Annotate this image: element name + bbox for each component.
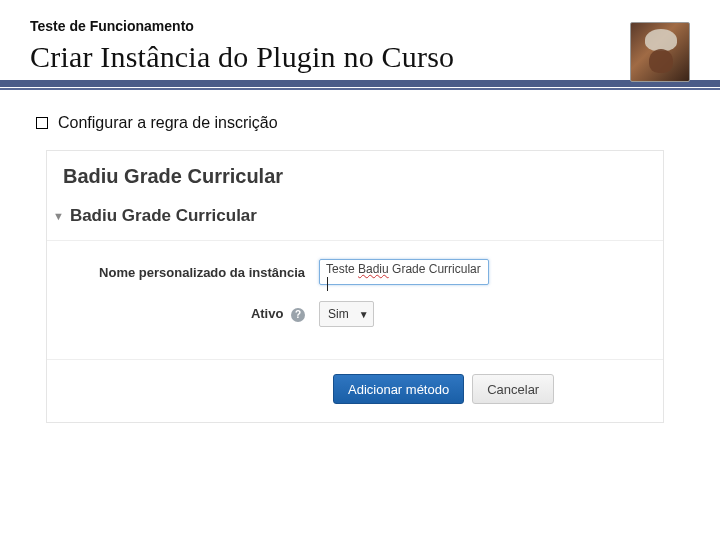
- help-icon[interactable]: ?: [291, 308, 305, 322]
- form-area: Nome personalizado da instância Teste Ba…: [47, 241, 663, 360]
- bullet-item: Configurar a regra de inscrição: [36, 114, 684, 132]
- header-divider: [0, 80, 720, 90]
- card-title: Badiu Grade Curricular: [47, 151, 663, 198]
- collapse-toggle-icon[interactable]: ▼: [53, 210, 64, 222]
- instance-name-row: Nome personalizado da instância Teste Ba…: [69, 259, 641, 285]
- form-card: Badiu Grade Curricular ▼ Badiu Grade Cur…: [46, 150, 664, 423]
- slide-content: Configurar a regra de inscrição Badiu Gr…: [0, 90, 720, 423]
- instance-name-value-part2: Badiu: [358, 262, 389, 276]
- instance-name-value-part1: Teste: [326, 262, 358, 276]
- presenter-avatar: [630, 22, 690, 82]
- bullet-text: Configurar a regra de inscrição: [58, 114, 278, 132]
- slide-subtitle: Teste de Funcionamento: [30, 18, 720, 34]
- active-select-value: Sim: [328, 307, 349, 321]
- active-select[interactable]: Sim ▼: [319, 301, 374, 327]
- slide-header: Teste de Funcionamento Criar Instância d…: [0, 0, 720, 74]
- active-label: Ativo ?: [69, 306, 319, 322]
- section-header: ▼ Badiu Grade Curricular: [47, 198, 663, 241]
- square-bullet-icon: [36, 117, 48, 129]
- active-row: Ativo ? Sim ▼: [69, 301, 641, 327]
- slide-title: Criar Instância do Plugin no Curso: [30, 40, 720, 74]
- cancel-button[interactable]: Cancelar: [472, 374, 554, 404]
- section-title: Badiu Grade Curricular: [70, 206, 257, 226]
- instance-name-label: Nome personalizado da instância: [69, 265, 319, 280]
- action-bar: Adicionar método Cancelar: [47, 360, 663, 422]
- instance-name-value-part3: Grade Curricular: [389, 262, 481, 276]
- chevron-down-icon: ▼: [359, 309, 369, 320]
- add-method-button[interactable]: Adicionar método: [333, 374, 464, 404]
- instance-name-input[interactable]: Teste Badiu Grade Curricular: [319, 259, 489, 285]
- active-label-text: Ativo: [251, 306, 284, 321]
- text-cursor-icon: [327, 277, 328, 291]
